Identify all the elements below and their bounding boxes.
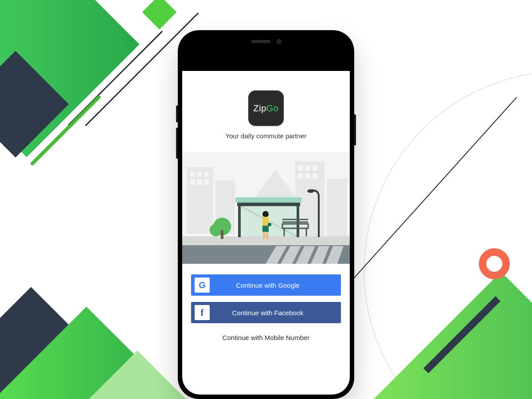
svg-rect-11 <box>204 180 209 185</box>
auth-actions: G Continue with Google f Continue with F… <box>182 264 350 345</box>
continue-facebook-button[interactable]: f Continue with Facebook <box>191 302 341 323</box>
phone-side-button <box>354 114 356 145</box>
svg-rect-45 <box>266 232 268 239</box>
app-screen: ZipGo Your daily commute partner <box>182 71 350 395</box>
svg-rect-44 <box>263 232 265 239</box>
hero-illustration <box>182 152 350 264</box>
svg-rect-43 <box>262 226 269 232</box>
svg-rect-8 <box>204 172 209 177</box>
google-button-label: Continue with Google <box>214 282 341 289</box>
svg-rect-1 <box>187 167 213 234</box>
phone-side-button <box>176 106 178 122</box>
svg-rect-46 <box>268 223 271 226</box>
svg-rect-29 <box>237 203 300 206</box>
continue-google-button[interactable]: G Continue with Google <box>191 274 341 296</box>
mobile-button-label: Continue with Mobile Number <box>223 334 310 341</box>
svg-rect-28 <box>235 197 302 203</box>
svg-rect-10 <box>197 180 202 185</box>
svg-rect-17 <box>313 173 317 179</box>
svg-point-41 <box>262 211 269 217</box>
decor-coral-ring <box>479 248 510 279</box>
facebook-icon: f <box>195 305 210 320</box>
svg-rect-30 <box>238 203 241 237</box>
svg-rect-12 <box>298 165 303 171</box>
svg-rect-42 <box>262 217 269 227</box>
phone-inner: ZipGo Your daily commute partner <box>182 35 350 395</box>
logo-part-zip: Zip <box>254 103 266 113</box>
svg-rect-7 <box>197 172 202 177</box>
tagline: Your daily commute partner <box>182 132 350 140</box>
svg-rect-9 <box>190 180 195 185</box>
speaker-icon <box>251 40 270 43</box>
svg-rect-14 <box>313 165 317 171</box>
app-logo: ZipGo <box>248 90 284 126</box>
svg-point-26 <box>210 224 222 236</box>
svg-point-40 <box>307 189 314 193</box>
camera-icon <box>277 39 282 44</box>
promo-stage: ZipGo Your daily commute partner <box>0 0 532 399</box>
continue-mobile-button[interactable]: Continue with Mobile Number <box>191 329 341 345</box>
facebook-button-label: Continue with Facebook <box>214 309 341 317</box>
facebook-glyph: f <box>200 307 203 318</box>
phone-notch <box>224 35 308 48</box>
svg-rect-39 <box>318 196 320 237</box>
svg-rect-6 <box>190 172 195 177</box>
logo-part-go: Go <box>266 103 279 113</box>
phone-topbar <box>182 35 350 71</box>
phone-frame: ZipGo Your daily commute partner <box>178 30 354 399</box>
svg-rect-16 <box>305 173 310 179</box>
logo-area: ZipGo Your daily commute partner <box>182 71 350 140</box>
google-glyph: G <box>199 280 206 290</box>
svg-rect-15 <box>298 173 303 179</box>
phone-side-button <box>176 128 178 159</box>
svg-rect-27 <box>221 230 223 239</box>
google-icon: G <box>195 278 210 293</box>
svg-rect-4 <box>327 179 347 236</box>
decor-tl-small-square <box>142 0 177 29</box>
svg-rect-13 <box>305 165 310 171</box>
